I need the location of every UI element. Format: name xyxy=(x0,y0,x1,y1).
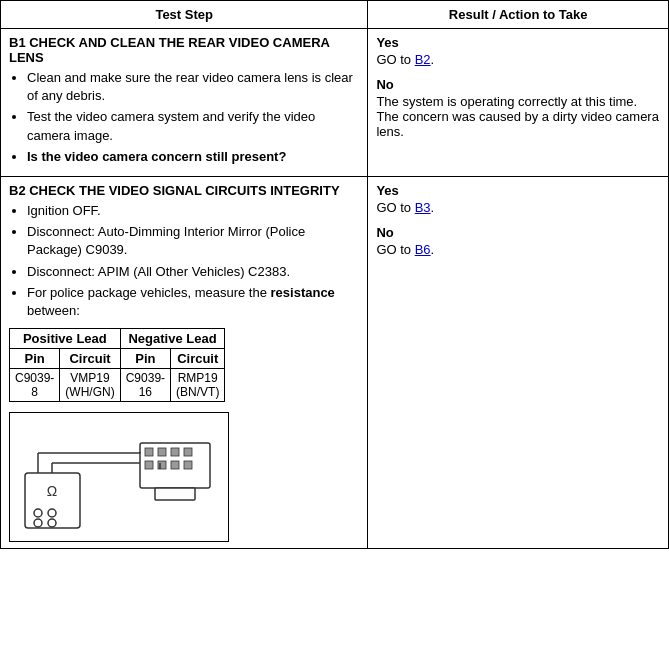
svg-rect-18 xyxy=(184,461,192,469)
header-result: Result / Action to Take xyxy=(368,1,669,29)
b2-step-4-bold: resistance xyxy=(271,285,335,300)
b2-step-3: Disconnect: APIM (All Other Vehicles) C2… xyxy=(27,263,359,281)
pos-circuit-value: VMP19(WH/GN) xyxy=(60,369,120,402)
neg-pin-value: C9039-16 xyxy=(120,369,170,402)
svg-rect-13 xyxy=(171,448,179,456)
svg-rect-12 xyxy=(158,448,166,456)
b1-step-cell: B1 CHECK AND CLEAN THE REAR VIDEO CAMERA… xyxy=(1,29,368,177)
b2-step-4: For police package vehicles, measure the… xyxy=(27,284,359,320)
b1-yes-text: GO to B2. xyxy=(376,52,660,67)
svg-rect-19 xyxy=(155,488,195,500)
section-b1-row: B1 CHECK AND CLEAN THE REAR VIDEO CAMERA… xyxy=(1,29,669,177)
svg-rect-16 xyxy=(158,461,166,469)
svg-point-3 xyxy=(34,519,42,527)
svg-point-2 xyxy=(34,509,42,517)
b2-link[interactable]: B2 xyxy=(415,52,431,67)
neg-circuit-value: RMP19(BN/VT) xyxy=(171,369,225,402)
b2-steps-list: Ignition OFF. Disconnect: Auto-Dimming I… xyxy=(9,202,359,320)
b3-link[interactable]: B3 xyxy=(415,200,431,215)
b2-yes-label: Yes xyxy=(376,183,660,198)
b1-step-3-bold: Is the video camera concern still presen… xyxy=(27,149,286,164)
b1-steps-list: Clean and make sure the rear video camer… xyxy=(9,69,359,166)
neg-pin-header: Pin xyxy=(120,349,170,369)
svg-rect-15 xyxy=(145,461,153,469)
b1-step-3: Is the video camera concern still presen… xyxy=(27,148,359,166)
section-b2-row: B2 CHECK THE VIDEO SIGNAL CIRCUITS INTEG… xyxy=(1,176,669,548)
svg-text:Ω: Ω xyxy=(47,483,57,499)
wiring-diagram: Ω xyxy=(9,412,229,542)
b1-title: B1 CHECK AND CLEAN THE REAR VIDEO CAMERA… xyxy=(9,35,359,65)
b1-yes-label: Yes xyxy=(376,35,660,50)
b1-step-2: Test the video camera system and verify … xyxy=(27,108,359,144)
svg-rect-11 xyxy=(145,448,153,456)
neg-circuit-header: Circuit xyxy=(171,349,225,369)
b2-title: B2 CHECK THE VIDEO SIGNAL CIRCUITS INTEG… xyxy=(9,183,359,198)
pos-circuit-header: Circuit xyxy=(60,349,120,369)
main-table: Test Step Result / Action to Take B1 CHE… xyxy=(0,0,669,549)
b6-link[interactable]: B6 xyxy=(415,242,431,257)
svg-rect-14 xyxy=(184,448,192,456)
svg-point-4 xyxy=(48,509,56,517)
b1-no-label: No xyxy=(376,77,660,92)
inner-table-row: C9039-8 VMP19(WH/GN) C9039-16 RMP19(BN/V… xyxy=(10,369,225,402)
b2-step-2: Disconnect: Auto-Dimming Interior Mirror… xyxy=(27,223,359,259)
header-test-step: Test Step xyxy=(1,1,368,29)
inner-measurement-table: Positive Lead Negative Lead Pin Circuit … xyxy=(9,328,225,402)
b2-result-cell: Yes GO to B3. No GO to B6. xyxy=(368,176,669,548)
b2-yes-text: GO to B3. xyxy=(376,200,660,215)
svg-rect-17 xyxy=(171,461,179,469)
b2-step-cell: B2 CHECK THE VIDEO SIGNAL CIRCUITS INTEG… xyxy=(1,176,368,548)
pos-pin-value: C9039-8 xyxy=(10,369,60,402)
negative-lead-header: Negative Lead xyxy=(120,329,225,349)
svg-point-5 xyxy=(48,519,56,527)
diagram-svg: Ω xyxy=(10,413,229,542)
b1-result-cell: Yes GO to B2. No The system is operating… xyxy=(368,29,669,177)
b2-no-text: GO to B6. xyxy=(376,242,660,257)
b2-no-label: No xyxy=(376,225,660,240)
positive-lead-header: Positive Lead xyxy=(10,329,121,349)
pos-pin-header: Pin xyxy=(10,349,60,369)
b1-no-text: The system is operating correctly at thi… xyxy=(376,94,660,139)
b2-step-1: Ignition OFF. xyxy=(27,202,359,220)
b1-step-1: Clean and make sure the rear video camer… xyxy=(27,69,359,105)
